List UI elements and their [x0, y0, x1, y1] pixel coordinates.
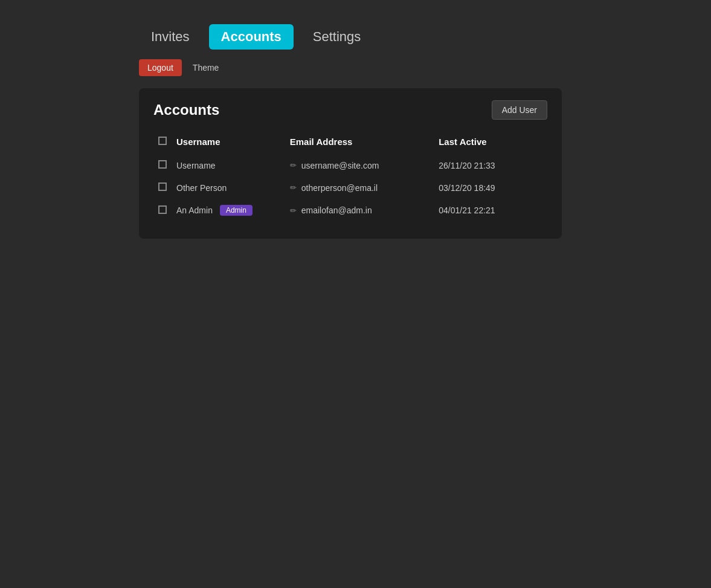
col-header-email: Email Address — [285, 132, 434, 154]
edit-icon[interactable]: ✏ — [290, 183, 297, 192]
col-header-checkbox — [153, 132, 172, 154]
admin-badge: Admin — [220, 205, 253, 216]
email-label: emailofan@adm.in — [301, 205, 372, 215]
last-active-label: 03/12/20 18:49 — [434, 176, 547, 199]
username-label: An Admin — [176, 205, 213, 215]
panel-header: Accounts Add User — [153, 100, 547, 120]
last-active-label: 26/11/20 21:33 — [434, 154, 547, 176]
top-navigation: Invites Accounts Settings — [0, 0, 711, 59]
col-header-last-active: Last Active — [434, 132, 547, 154]
accounts-table: Username Email Address Last Active Usern… — [153, 132, 547, 222]
username-label: Username — [176, 161, 216, 170]
add-user-button[interactable]: Add User — [492, 100, 547, 120]
table-row: An AdminAdmin✏emailofan@adm.in04/01/21 2… — [153, 199, 547, 222]
main-content: Accounts Add User Username Email Address… — [0, 88, 711, 239]
tab-settings[interactable]: Settings — [301, 24, 373, 50]
table-row: Username✏username@site.com26/11/20 21:33 — [153, 154, 547, 176]
username-label: Other Person — [176, 183, 227, 193]
col-header-username: Username — [172, 132, 285, 154]
row-checkbox[interactable] — [158, 205, 167, 214]
panel-title: Accounts — [153, 102, 219, 118]
email-label: username@site.com — [301, 161, 379, 170]
accounts-panel: Accounts Add User Username Email Address… — [139, 88, 562, 239]
last-active-label: 04/01/21 22:21 — [434, 199, 547, 222]
tab-invites[interactable]: Invites — [139, 24, 202, 50]
table-row: Other Person✏otherperson@ema.il03/12/20 … — [153, 176, 547, 199]
action-bar: Logout Theme — [0, 59, 711, 88]
email-label: otherperson@ema.il — [301, 183, 378, 193]
edit-icon[interactable]: ✏ — [290, 161, 297, 170]
edit-icon[interactable]: ✏ — [290, 206, 297, 215]
tab-accounts[interactable]: Accounts — [209, 24, 294, 50]
theme-button[interactable]: Theme — [188, 59, 224, 76]
logout-button[interactable]: Logout — [139, 59, 182, 76]
row-checkbox[interactable] — [158, 160, 167, 169]
header-checkbox[interactable] — [158, 137, 167, 145]
row-checkbox[interactable] — [158, 183, 167, 191]
